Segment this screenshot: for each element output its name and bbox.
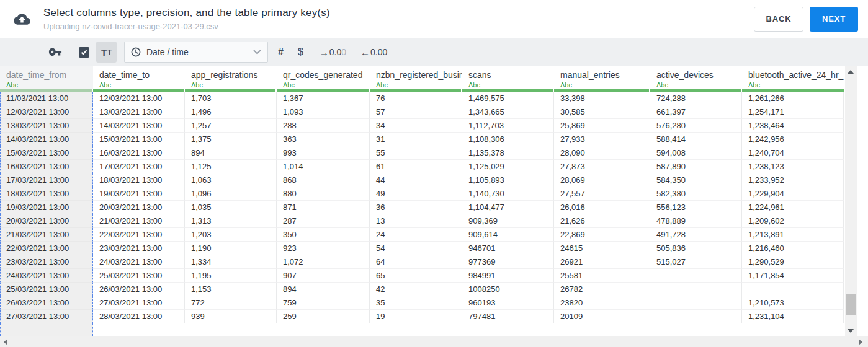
table-cell: 1,125 xyxy=(185,160,277,174)
table-cell: 909,369 xyxy=(462,214,554,228)
table-row: 14/03/2021 13:0015/03/2021 13:001,375363… xyxy=(0,133,844,146)
column-type-label: Abc xyxy=(191,81,277,89)
precision-increase-control[interactable]: →0.00 xyxy=(320,47,346,58)
table-cell: 27/03/2021 13:00 xyxy=(93,296,185,310)
table-cell: 1,195 xyxy=(185,269,277,283)
column-header-manual_entries[interactable]: manual_entriesAbc xyxy=(554,66,650,89)
table-cell: 13 xyxy=(370,214,462,228)
currency-type-icon[interactable]: $ xyxy=(298,46,303,58)
table-cell: 907 xyxy=(277,269,370,283)
table-cell: 65 xyxy=(370,269,462,283)
table-cell: 1,242,956 xyxy=(742,133,844,146)
column-header-bluetooth_active_24_hr_[interactable]: bluetooth_active_24_hr_Abc xyxy=(742,66,844,89)
clock-icon xyxy=(131,47,141,57)
table-cell: 61 xyxy=(370,160,462,174)
table-cell: 26921 xyxy=(554,255,650,269)
precision-decrease-control[interactable]: ←0.00 xyxy=(360,47,387,58)
table-row: 22/03/2021 13:0023/03/2021 13:001,190923… xyxy=(0,242,844,255)
text-type-button[interactable]: TT xyxy=(96,42,117,63)
table-cell: 16/03/2021 13:00 xyxy=(0,160,93,174)
table-cell xyxy=(650,283,742,296)
table-cell: 993 xyxy=(277,146,370,160)
table-cell: 1,238,464 xyxy=(742,119,844,133)
table-cell: 556,123 xyxy=(650,201,742,214)
column-header-qr_codes_generated[interactable]: qr_codes_generatedAbc xyxy=(277,66,370,89)
column-header-date_time_to[interactable]: date_time_toAbc xyxy=(93,66,185,89)
table-cell: 1,190 xyxy=(185,242,277,255)
table-cell: 27,873 xyxy=(554,160,650,174)
table-cell: 582,380 xyxy=(650,187,742,201)
table-cell: 588,414 xyxy=(650,133,742,146)
table-cell: 18/03/2021 13:00 xyxy=(93,174,185,187)
column-name: active_devices xyxy=(656,70,742,80)
table-cell: 880 xyxy=(277,187,370,201)
next-button[interactable]: NEXT xyxy=(810,7,858,32)
back-button[interactable]: BACK xyxy=(754,7,803,32)
table-cell: 939 xyxy=(185,310,277,323)
table-cell: 1,469,575 xyxy=(462,92,554,105)
column-header-scans[interactable]: scansAbc xyxy=(462,66,554,89)
column-header-nzbn_registered_busine[interactable]: nzbn_registered_busineAbc xyxy=(370,66,462,89)
column-header-active_devices[interactable]: active_devicesAbc xyxy=(650,66,742,89)
table-cell: 21,626 xyxy=(554,214,650,228)
table-cell: 19 xyxy=(370,310,462,323)
table-cell xyxy=(277,323,370,336)
table-cell xyxy=(650,323,742,336)
table-row: 24/03/2021 13:0025/03/2021 13:001,195907… xyxy=(0,269,844,283)
primary-key-icon[interactable] xyxy=(48,48,62,56)
table-row: 13/03/2021 13:0014/03/2021 13:001,257288… xyxy=(0,119,844,133)
column-name: nzbn_registered_busine xyxy=(376,70,462,80)
table-cell: 287 xyxy=(277,214,370,228)
table-header-row: date_time_fromAbcdate_time_toAbcapp_regi… xyxy=(0,66,844,89)
include-column-checkbox[interactable] xyxy=(79,47,89,58)
scroll-down-icon[interactable] xyxy=(848,329,854,333)
table-row: 21/03/2021 13:0022/03/2021 13:001,203350… xyxy=(0,228,844,242)
scroll-left-icon[interactable] xyxy=(4,339,7,345)
column-header-app_registrations[interactable]: app_registrationsAbc xyxy=(185,66,277,89)
table-cell: 1,216,460 xyxy=(742,242,844,255)
column-header-date_time_from[interactable]: date_time_fromAbc xyxy=(0,66,93,89)
arrow-left-icon: ← xyxy=(360,47,370,58)
table-cell: 576,280 xyxy=(650,119,742,133)
horizontal-scrollbar[interactable] xyxy=(0,336,868,347)
precision-increase-value: 0.0 xyxy=(329,47,341,57)
table-cell: 23/03/2021 13:00 xyxy=(0,255,93,269)
table-cell: 20109 xyxy=(554,310,650,323)
datetime-type-dropdown[interactable]: Date / time xyxy=(124,42,268,63)
table-cell: 25,869 xyxy=(554,119,650,133)
table-cell: 1,209,602 xyxy=(742,214,844,228)
table-cell: 1,257 xyxy=(185,119,277,133)
column-name: manual_entries xyxy=(560,70,650,80)
table-cell: 28/03/2021 13:00 xyxy=(93,310,185,323)
table-cell xyxy=(462,323,554,336)
table-cell: 24/03/2021 13:00 xyxy=(0,269,93,283)
table-cell xyxy=(185,323,277,336)
table-cell: 984991 xyxy=(462,269,554,283)
table-cell: 894 xyxy=(277,283,370,296)
vertical-scrollbar[interactable] xyxy=(845,66,857,336)
scroll-right-icon[interactable] xyxy=(859,339,862,345)
table-cell: 11/03/2021 13:00 xyxy=(0,92,93,105)
column-name: date_time_to xyxy=(99,70,185,80)
table-cell: 20/03/2021 13:00 xyxy=(0,214,93,228)
table-cell: 25/03/2021 13:00 xyxy=(93,269,185,283)
table-cell: 1,229,904 xyxy=(742,187,844,201)
table-row: 19/03/2021 13:0020/03/2021 13:001,035871… xyxy=(0,201,844,214)
table-cell: 76 xyxy=(370,92,462,105)
table-cell: 24 xyxy=(370,228,462,242)
table-cell: 22/03/2021 13:00 xyxy=(93,228,185,242)
table-row: 11/03/2021 13:0012/03/2021 13:001,7031,3… xyxy=(0,92,844,105)
table-cell: 1,231,104 xyxy=(742,310,844,323)
table-cell xyxy=(370,323,462,336)
table-cell: 35 xyxy=(370,296,462,310)
table-row: 27/03/2021 13:0028/03/2021 13:0093925919… xyxy=(0,310,844,323)
vertical-scrollbar-thumb[interactable] xyxy=(846,294,856,315)
table-cell xyxy=(0,323,93,336)
arrow-right-icon: → xyxy=(320,47,329,58)
empty-row xyxy=(0,323,844,336)
number-type-icon[interactable]: # xyxy=(278,46,284,58)
table-row: 23/03/2021 13:0024/03/2021 13:001,3341,0… xyxy=(0,255,844,269)
scroll-up-icon[interactable] xyxy=(848,70,854,74)
table-cell: 1,210,573 xyxy=(742,296,844,310)
table-cell: 1,203 xyxy=(185,228,277,242)
